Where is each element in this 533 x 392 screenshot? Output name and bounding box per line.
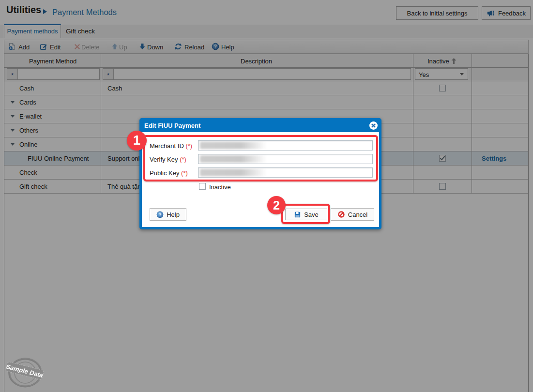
svg-text:?: ? (159, 212, 162, 217)
